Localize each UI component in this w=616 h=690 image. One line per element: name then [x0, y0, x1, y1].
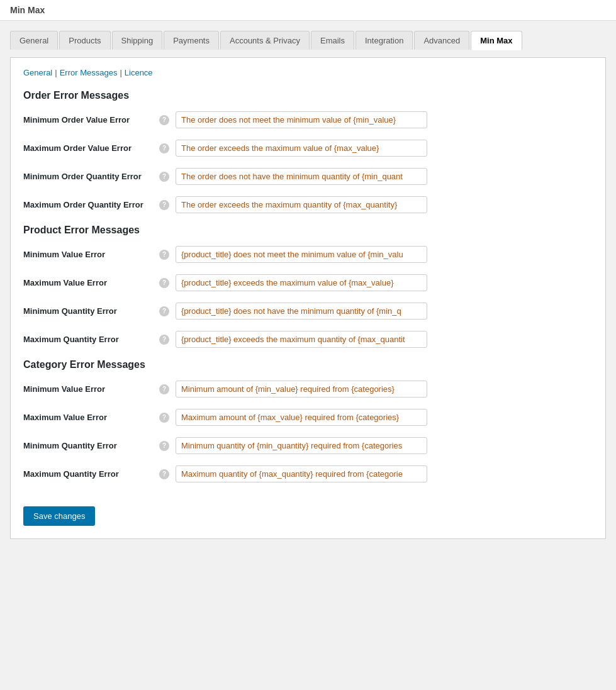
tab-products[interactable]: Products	[59, 31, 110, 50]
form-row-max-order-qty-error: Maximum Order Quantity Error?	[23, 196, 593, 213]
form-label-product-max-qty-error: Maximum Quantity Error	[23, 335, 155, 344]
tab-emails[interactable]: Emails	[311, 31, 354, 50]
tab-general[interactable]: General	[10, 31, 58, 50]
input-product-max-qty-error[interactable]	[176, 331, 427, 348]
form-label-min-order-value-error: Minimum Order Value Error	[23, 115, 155, 125]
help-icon-max-order-value-error[interactable]: ?	[159, 143, 169, 153]
help-icon-product-max-value-error[interactable]: ?	[159, 278, 169, 288]
section-title-order-error-messages: Order Error Messages	[23, 90, 593, 101]
form-row-cat-max-qty-error: Maximum Quantity Error?	[23, 465, 593, 482]
input-cat-max-qty-error[interactable]	[176, 465, 427, 482]
input-cat-max-value-error[interactable]	[176, 409, 427, 426]
section-category-error-messages: Category Error MessagesMinimum Value Err…	[23, 359, 593, 482]
tabs-bar: GeneralProductsShippingPaymentsAccounts …	[10, 31, 606, 50]
tab-min-max[interactable]: Min Max	[471, 31, 522, 50]
section-order-error-messages: Order Error MessagesMinimum Order Value …	[23, 90, 593, 213]
form-row-min-order-qty-error: Minimum Order Quantity Error?	[23, 168, 593, 185]
section-title-category-error-messages: Category Error Messages	[23, 359, 593, 370]
page-title-bar: Min Max	[0, 0, 616, 21]
tab-advanced[interactable]: Advanced	[414, 31, 469, 50]
tab-accounts-privacy[interactable]: Accounts & Privacy	[220, 31, 310, 50]
form-row-cat-min-qty-error: Minimum Quantity Error?	[23, 437, 593, 454]
subnav-item-licence[interactable]: Licence	[125, 68, 153, 77]
form-label-product-max-value-error: Maximum Value Error	[23, 278, 155, 287]
help-icon-cat-max-qty-error[interactable]: ?	[159, 469, 169, 479]
help-icon-min-order-qty-error[interactable]: ?	[159, 172, 169, 182]
input-product-min-value-error[interactable]	[176, 246, 427, 263]
form-label-max-order-qty-error: Maximum Order Quantity Error	[23, 200, 155, 209]
form-label-cat-min-value-error: Minimum Value Error	[23, 384, 155, 394]
save-changes-button[interactable]: Save changes	[23, 506, 95, 526]
input-cat-min-value-error[interactable]	[176, 381, 427, 398]
form-row-cat-max-value-error: Maximum Value Error?	[23, 409, 593, 426]
help-icon-max-order-qty-error[interactable]: ?	[159, 200, 169, 210]
section-product-error-messages: Product Error MessagesMinimum Value Erro…	[23, 225, 593, 348]
sections-container: Order Error MessagesMinimum Order Value …	[23, 90, 593, 482]
form-row-max-order-value-error: Maximum Order Value Error?	[23, 140, 593, 157]
help-icon-product-max-qty-error[interactable]: ?	[159, 335, 169, 345]
section-title-product-error-messages: Product Error Messages	[23, 225, 593, 236]
form-label-cat-min-qty-error: Minimum Quantity Error	[23, 441, 155, 450]
help-icon-cat-min-value-error[interactable]: ?	[159, 384, 169, 394]
page-title: Min Max	[10, 5, 45, 15]
tab-integration[interactable]: Integration	[356, 31, 413, 50]
form-row-product-min-qty-error: Minimum Quantity Error?	[23, 303, 593, 320]
form-label-cat-max-value-error: Maximum Value Error	[23, 413, 155, 422]
tab-payments[interactable]: Payments	[164, 31, 219, 50]
form-row-cat-min-value-error: Minimum Value Error?	[23, 381, 593, 398]
input-product-max-value-error[interactable]	[176, 274, 427, 291]
subnav-item-error-messages[interactable]: Error Messages	[60, 68, 118, 77]
subnav: General|Error Messages|Licence	[23, 68, 593, 77]
form-row-min-order-value-error: Minimum Order Value Error?	[23, 111, 593, 128]
subnav-separator: |	[55, 68, 57, 77]
help-icon-cat-max-value-error[interactable]: ?	[159, 413, 169, 423]
form-label-max-order-value-error: Maximum Order Value Error	[23, 143, 155, 153]
help-icon-product-min-value-error[interactable]: ?	[159, 250, 169, 260]
form-label-min-order-qty-error: Minimum Order Quantity Error	[23, 172, 155, 181]
form-row-product-min-value-error: Minimum Value Error?	[23, 246, 593, 263]
subnav-item-general[interactable]: General	[23, 68, 52, 77]
tab-content-area: General|Error Messages|Licence Order Err…	[10, 57, 606, 539]
input-max-order-qty-error[interactable]	[176, 196, 427, 213]
input-cat-min-qty-error[interactable]	[176, 437, 427, 454]
subnav-separator: |	[120, 68, 121, 77]
help-icon-cat-min-qty-error[interactable]: ?	[159, 441, 169, 451]
help-icon-product-min-qty-error[interactable]: ?	[159, 306, 169, 316]
form-label-product-min-value-error: Minimum Value Error	[23, 250, 155, 259]
main-content: GeneralProductsShippingPaymentsAccounts …	[0, 21, 616, 549]
input-max-order-value-error[interactable]	[176, 140, 427, 157]
tab-shipping[interactable]: Shipping	[112, 31, 163, 50]
input-min-order-value-error[interactable]	[176, 111, 427, 128]
input-min-order-qty-error[interactable]	[176, 168, 427, 185]
help-icon-min-order-value-error[interactable]: ?	[159, 115, 169, 125]
form-row-product-max-qty-error: Maximum Quantity Error?	[23, 331, 593, 348]
form-label-product-min-qty-error: Minimum Quantity Error	[23, 306, 155, 316]
input-product-min-qty-error[interactable]	[176, 303, 427, 320]
form-row-product-max-value-error: Maximum Value Error?	[23, 274, 593, 291]
form-label-cat-max-qty-error: Maximum Quantity Error	[23, 469, 155, 479]
